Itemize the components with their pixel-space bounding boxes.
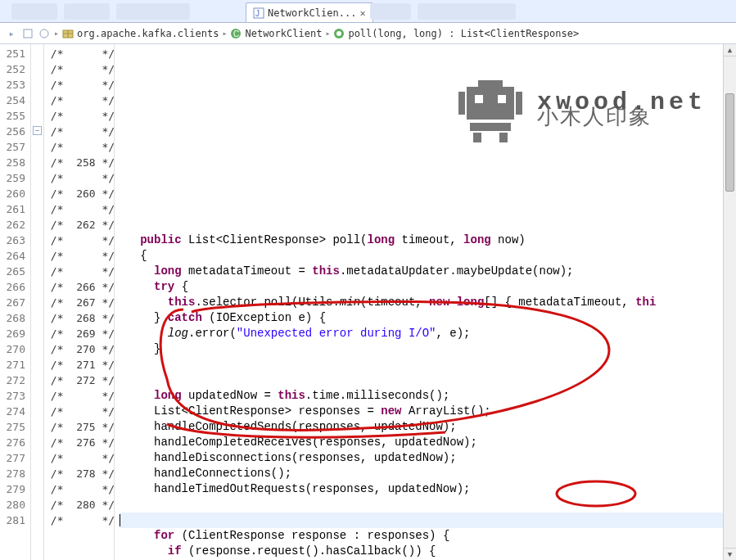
close-icon[interactable]: ✕ — [359, 7, 365, 19]
svg-text:J: J — [255, 9, 260, 18]
code-area[interactable]: xwood.net 小木人印象 public List<ClientRespon… — [115, 44, 736, 560]
fold-gutter[interactable]: − — [31, 44, 44, 560]
scroll-down-button[interactable]: ▼ — [724, 548, 736, 560]
svg-rect-13 — [475, 95, 483, 103]
package-icon — [62, 27, 74, 39]
code-editor[interactable]: 2512522532542552562572582592602612622632… — [0, 44, 736, 560]
editor-tab-bar: J NetworkClien... ✕ — [0, 0, 736, 23]
watermark-domain: xwood.net — [537, 95, 707, 111]
chevron-right-icon: ▸ — [54, 29, 59, 38]
chevron-right-icon: ▸ — [325, 29, 330, 38]
breadcrumb-class[interactable]: NetworkClient — [245, 28, 322, 39]
svg-rect-19 — [499, 133, 508, 142]
java-file-icon: J — [253, 7, 264, 19]
inactive-tab[interactable] — [11, 3, 57, 20]
link-editor-icon[interactable] — [21, 27, 34, 40]
breadcrumb: ▸ ▸ org.apache.kafka.clients ▸ C Network… — [0, 23, 736, 44]
inactive-tab[interactable] — [116, 3, 190, 20]
link-editor-icon[interactable] — [38, 27, 51, 40]
svg-rect-16 — [516, 92, 522, 115]
editor-tab-active[interactable]: J NetworkClien... ✕ — [246, 2, 373, 22]
svg-rect-17 — [470, 123, 511, 131]
svg-rect-2 — [24, 29, 32, 38]
chevron-right-icon: ▸ — [222, 29, 227, 38]
svg-point-10 — [336, 31, 341, 36]
svg-rect-12 — [467, 87, 514, 120]
coverage-gutter: /* */ /* */ /* */ /* */ /* */ /* */ /* *… — [44, 44, 115, 560]
breadcrumb-package[interactable]: org.apache.kafka.clients — [77, 28, 219, 39]
svg-text:C: C — [233, 29, 239, 38]
svg-rect-18 — [473, 133, 481, 142]
line-number-gutter: 2512522532542552562572582592602612622632… — [0, 44, 31, 560]
svg-point-3 — [40, 29, 48, 38]
breadcrumb-method[interactable]: poll(long, long) : List<ClientResponse> — [348, 28, 579, 39]
inactive-tab[interactable] — [370, 3, 411, 20]
scroll-up-button[interactable]: ▲ — [724, 44, 736, 56]
svg-rect-14 — [498, 95, 506, 103]
inactive-tab[interactable] — [418, 3, 516, 20]
history-back-button[interactable]: ▸ — [5, 27, 18, 40]
class-icon: C — [230, 27, 242, 39]
tab-label: NetworkClien... — [268, 7, 356, 19]
vertical-scrollbar[interactable]: ▲ ▼ — [723, 44, 736, 560]
inactive-tab[interactable] — [64, 3, 110, 20]
method-icon — [333, 27, 345, 39]
svg-rect-11 — [478, 80, 503, 87]
scrollbar-thumb[interactable] — [725, 93, 734, 192]
fold-toggle[interactable]: − — [33, 126, 42, 135]
svg-rect-15 — [458, 92, 465, 115]
watermark-subtitle: 小木人印象 — [537, 111, 707, 126]
